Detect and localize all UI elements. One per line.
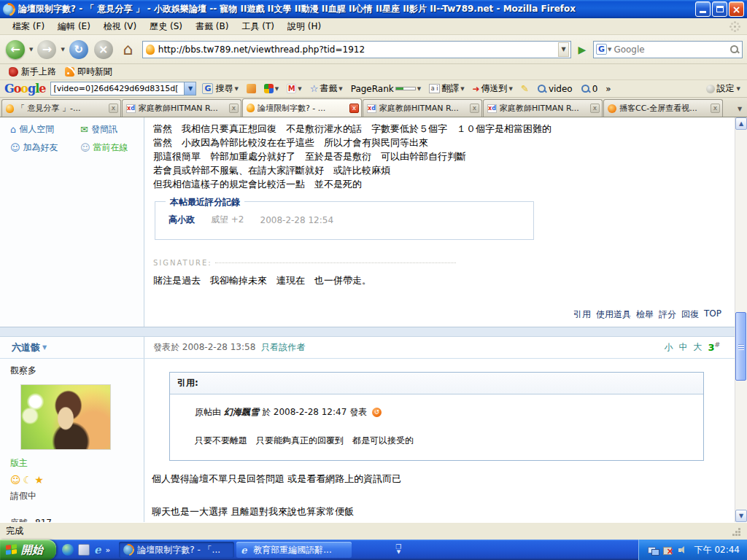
gtoolbar-word-video[interactable]: video	[535, 83, 575, 95]
gtoolbar-word-count[interactable]: 0	[578, 83, 600, 95]
ie-quicklaunch-icon[interactable]: e	[94, 543, 101, 556]
gtoolbar-settings-button[interactable]: 設定 ▼	[704, 82, 743, 96]
close-button[interactable]: ×	[729, 1, 744, 17]
go-button[interactable]: ▶	[574, 41, 590, 58]
gtoolbar-apps-button[interactable]: ▼	[262, 83, 281, 94]
restore-button[interactable]	[712, 1, 727, 17]
rating-user-link[interactable]: 高小政	[169, 214, 195, 226]
tab-close-icon[interactable]: x	[590, 104, 600, 113]
reload-icon: ↻	[69, 40, 88, 59]
menu-tools[interactable]: 工具 (T)	[235, 18, 281, 35]
post-footer-links: 引用 使用道具 檢舉 評分 回復 TOP	[573, 308, 721, 321]
reload-button[interactable]: ↻	[68, 39, 90, 61]
quicklaunch-overflow-icon[interactable]: »	[106, 545, 111, 555]
globe-quicklaunch-icon[interactable]	[62, 544, 74, 556]
search-input[interactable]	[614, 44, 729, 55]
network-tray-icon[interactable]	[648, 545, 659, 555]
menu-view[interactable]: 檢視 (V)	[97, 18, 143, 35]
only-author-link[interactable]: 只看該作者	[261, 341, 305, 354]
scroll-thumb[interactable]	[735, 312, 746, 381]
font-mid-link[interactable]: 中	[678, 341, 687, 354]
gtoolbar-pagerank-button[interactable]: PageRank ▼	[349, 83, 423, 95]
word-find-icon	[581, 84, 591, 94]
tab-close-icon[interactable]: x	[711, 104, 720, 113]
bookmark-getting-started[interactable]: 新手上路	[6, 64, 59, 79]
forward-button[interactable]: →	[36, 39, 58, 61]
tab-close-icon[interactable]: x	[470, 104, 479, 113]
gtoolbar-bookmarks-button[interactable]: ☆ 書籤 ▼	[308, 82, 345, 96]
tab-2[interactable]: xd 家庭教師HITMAN R... x	[122, 99, 241, 117]
tab-close-icon[interactable]: x	[349, 104, 359, 113]
use-tools-link[interactable]: 使用道具	[596, 308, 631, 321]
menu-file[interactable]: 檔案 (F)	[6, 18, 51, 35]
search-engine-icon[interactable]: G	[596, 44, 607, 55]
gtoolbar-gmail-button[interactable]: M▼	[285, 83, 303, 94]
search-box[interactable]: G ▼	[593, 41, 743, 58]
font-small-link[interactable]: 小	[664, 341, 673, 354]
task-firefox[interactable]: 論壇限制字數? - 「...	[119, 542, 234, 558]
google-search-combo[interactable]: ▼	[50, 82, 196, 96]
tab-close-icon[interactable]: x	[109, 104, 118, 113]
menu-edit[interactable]: 編輯 (E)	[51, 18, 97, 35]
quote-link[interactable]: 引用	[573, 308, 591, 321]
gtoolbar-search-button[interactable]: G 搜尋 ▼	[200, 82, 240, 96]
tab-6[interactable]: 播客CC-全屏查看视... x	[603, 99, 723, 117]
tab-1[interactable]: 「 意見分享 」-... x	[1, 99, 121, 117]
start-button[interactable]: 開始	[0, 540, 56, 560]
vertical-scrollbar[interactable]: ▲ ▼	[735, 117, 747, 522]
back-button[interactable]: ←	[4, 39, 26, 61]
author-dropdown-icon[interactable]: ▼	[42, 344, 47, 351]
combo-dropdown[interactable]: ▼	[184, 82, 196, 95]
top-link[interactable]: TOP	[704, 308, 721, 321]
minimize-button[interactable]	[695, 1, 711, 17]
menu-bookmarks[interactable]: 書籤 (B)	[189, 18, 235, 35]
post-text-line: 當然 我相信只要真正想回復 不是敷衍灌水的話 字數要低於５個字 １０個字是相當困…	[153, 122, 724, 136]
gtoolbar-highlighter-button[interactable]: ✎	[519, 82, 531, 95]
gtoolbar-news-button[interactable]	[244, 83, 258, 94]
throbber-icon	[728, 20, 741, 33]
toolbar-toggle-icon[interactable]: ❐▼	[395, 545, 401, 555]
xd-favicon: xd	[126, 104, 136, 113]
bookmark-latest-news[interactable]: 即時新聞	[62, 64, 115, 79]
google-query-input[interactable]	[51, 84, 184, 93]
url-dropdown[interactable]: ▼	[558, 42, 569, 57]
tab-3-active[interactable]: 論壇限制字數? - ... x	[242, 98, 362, 117]
app-quicklaunch-icon[interactable]	[78, 544, 90, 556]
tab-list-dropdown[interactable]: ▼	[734, 101, 746, 117]
floor-number-link[interactable]: 3#	[708, 341, 720, 353]
stop-button[interactable]: ×	[93, 39, 115, 61]
add-friend-link[interactable]: ☺加為好友	[10, 141, 80, 154]
gtoolbar-translate-button[interactable]: a i 翻譯 ▼	[427, 82, 466, 96]
tab-5[interactable]: xd 家庭教師HITMAN R... x	[483, 99, 603, 117]
forward-dropdown[interactable]: ▼	[61, 47, 64, 52]
back-dropdown[interactable]: ▼	[29, 47, 33, 52]
author-link[interactable]: 六道骸	[12, 341, 40, 354]
task-ie[interactable]: e 教育部重編國語辭...	[236, 542, 352, 558]
search-icon[interactable]	[729, 44, 740, 55]
search-engine-dropdown[interactable]: ▼	[608, 47, 611, 52]
report-link[interactable]: 檢舉	[636, 308, 654, 321]
reply-link[interactable]: 回復	[681, 308, 699, 321]
menu-history[interactable]: 歷史 (S)	[143, 18, 189, 35]
home-button[interactable]: ⌂	[117, 39, 139, 61]
url-input[interactable]	[158, 44, 558, 55]
scroll-up-button[interactable]: ▲	[735, 117, 747, 130]
user-space-link[interactable]: ⌂個人空間	[10, 123, 80, 136]
font-big-link[interactable]: 大	[693, 341, 702, 354]
clock[interactable]: 下午 02:44	[694, 544, 740, 556]
url-bar[interactable]: ▼	[142, 41, 571, 58]
scroll-track[interactable]	[735, 130, 747, 510]
volume-tray-icon[interactable]	[677, 545, 688, 555]
gtoolbar-sendto-button[interactable]: ➜ 傳送到 ▼	[471, 82, 515, 96]
send-message-link[interactable]: ✉發簡訊	[80, 123, 144, 136]
goto-source-icon[interactable]: ↺	[372, 408, 382, 417]
gtoolbar-overflow[interactable]: »	[603, 83, 613, 95]
tab-4[interactable]: xd 家庭教師HITMAN R... x	[363, 99, 482, 117]
disconnected-tray-icon[interactable]	[662, 545, 673, 555]
scroll-down-button[interactable]: ▼	[735, 510, 747, 522]
rate-link[interactable]: 評分	[659, 308, 676, 321]
bulb-favicon	[6, 104, 14, 113]
tab-close-icon[interactable]: x	[229, 104, 239, 113]
xd-favicon: xd	[367, 104, 376, 113]
menu-help[interactable]: 說明 (H)	[281, 18, 328, 35]
